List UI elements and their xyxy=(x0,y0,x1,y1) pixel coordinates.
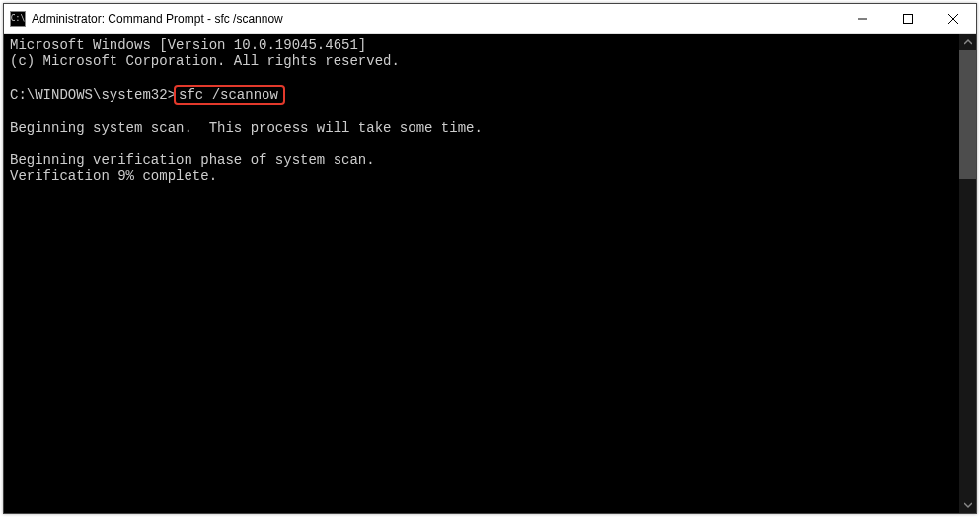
prompt-text: C:\WINDOWS\system32> xyxy=(10,87,176,103)
svg-rect-1 xyxy=(904,14,913,23)
window-controls xyxy=(840,4,976,33)
close-button[interactable] xyxy=(931,4,976,33)
scrollbar-thumb[interactable] xyxy=(959,50,976,179)
terminal-line: Beginning system scan. This process will… xyxy=(10,120,483,136)
chevron-up-icon xyxy=(964,38,972,46)
close-icon xyxy=(948,14,958,24)
command-highlight: sfc /scannow xyxy=(174,85,285,105)
vertical-scrollbar[interactable] xyxy=(959,34,976,513)
titlebar[interactable]: C:\ Administrator: Command Prompt - sfc … xyxy=(4,4,976,34)
terminal-area: Microsoft Windows [Version 10.0.19045.46… xyxy=(4,34,976,513)
command-prompt-window: C:\ Administrator: Command Prompt - sfc … xyxy=(3,3,977,514)
minimize-icon xyxy=(858,14,867,24)
command-text: sfc /scannow xyxy=(179,87,278,103)
chevron-down-icon xyxy=(964,501,972,509)
app-icon: C:\ xyxy=(10,11,26,27)
terminal-line: Verification 9% complete. xyxy=(10,168,217,184)
app-icon-text: C:\ xyxy=(11,14,25,23)
terminal-line: Beginning verification phase of system s… xyxy=(10,152,375,168)
window-title: Administrator: Command Prompt - sfc /sca… xyxy=(32,12,840,26)
terminal-line: Microsoft Windows [Version 10.0.19045.46… xyxy=(10,37,366,53)
scroll-down-button[interactable] xyxy=(959,496,976,513)
maximize-button[interactable] xyxy=(885,4,931,33)
terminal-line: (c) Microsoft Corporation. All rights re… xyxy=(10,53,400,69)
maximize-icon xyxy=(903,14,913,24)
minimize-button[interactable] xyxy=(840,4,885,33)
scroll-up-button[interactable] xyxy=(959,34,976,50)
scrollbar-track[interactable] xyxy=(959,50,976,496)
terminal-content[interactable]: Microsoft Windows [Version 10.0.19045.46… xyxy=(4,34,959,513)
